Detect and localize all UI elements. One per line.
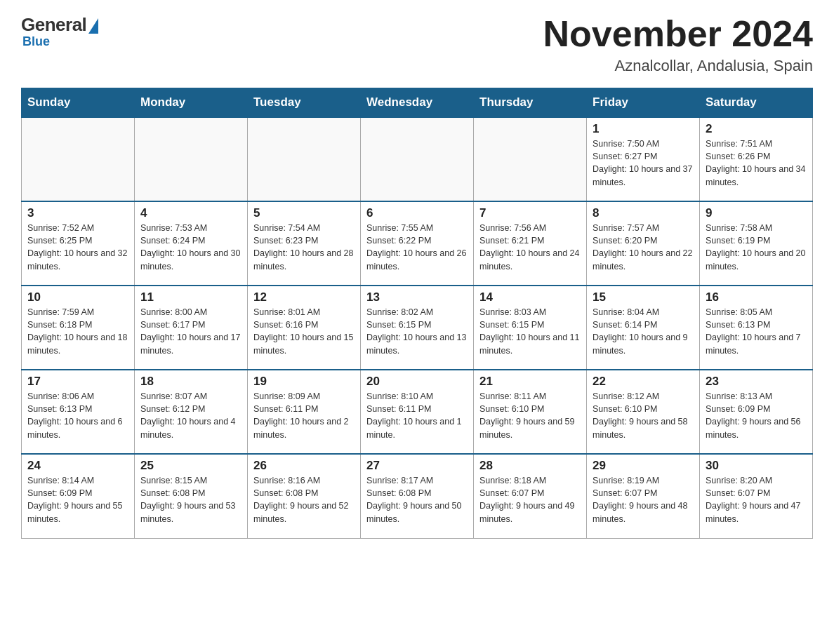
header-sunday: Sunday (22, 88, 135, 118)
week-row-1: 1Sunrise: 7:50 AM Sunset: 6:27 PM Daylig… (22, 117, 813, 201)
calendar-table: Sunday Monday Tuesday Wednesday Thursday… (21, 88, 813, 539)
day-cell-2-3: 13Sunrise: 8:02 AM Sunset: 6:15 PM Dayli… (361, 286, 474, 370)
day-number: 21 (479, 375, 581, 389)
day-number: 8 (593, 206, 694, 220)
day-info: Sunrise: 8:19 AM Sunset: 6:07 PM Dayligh… (593, 474, 694, 525)
day-info: Sunrise: 8:12 AM Sunset: 6:10 PM Dayligh… (593, 390, 694, 441)
month-title: November 2024 (543, 14, 813, 54)
day-cell-4-2: 26Sunrise: 8:16 AM Sunset: 6:08 PM Dayli… (248, 454, 361, 538)
logo-general-text: General (21, 14, 86, 36)
logo-triangle-icon (88, 18, 98, 34)
day-number: 27 (366, 459, 468, 473)
day-info: Sunrise: 7:55 AM Sunset: 6:22 PM Dayligh… (366, 222, 468, 273)
day-number: 1 (593, 122, 694, 136)
day-number: 28 (479, 459, 581, 473)
day-cell-3-4: 21Sunrise: 8:11 AM Sunset: 6:10 PM Dayli… (474, 370, 587, 454)
day-cell-0-2 (248, 117, 361, 201)
day-cell-4-6: 30Sunrise: 8:20 AM Sunset: 6:07 PM Dayli… (700, 454, 813, 538)
day-number: 29 (593, 459, 694, 473)
day-number: 12 (253, 290, 355, 304)
day-number: 7 (479, 206, 581, 220)
day-info: Sunrise: 8:15 AM Sunset: 6:08 PM Dayligh… (140, 474, 241, 525)
logo-blue-text: Blue (22, 34, 50, 49)
day-cell-3-0: 17Sunrise: 8:06 AM Sunset: 6:13 PM Dayli… (22, 370, 135, 454)
day-info: Sunrise: 8:04 AM Sunset: 6:14 PM Dayligh… (593, 306, 694, 357)
day-cell-3-6: 23Sunrise: 8:13 AM Sunset: 6:09 PM Dayli… (700, 370, 813, 454)
page-header: General Blue November 2024 Aznalcollar, … (21, 14, 813, 75)
day-number: 5 (253, 206, 355, 220)
day-number: 20 (366, 375, 468, 389)
day-cell-3-1: 18Sunrise: 8:07 AM Sunset: 6:12 PM Dayli… (135, 370, 248, 454)
day-number: 30 (706, 459, 807, 473)
day-info: Sunrise: 8:01 AM Sunset: 6:16 PM Dayligh… (253, 306, 355, 357)
day-number: 23 (706, 375, 807, 389)
day-cell-2-5: 15Sunrise: 8:04 AM Sunset: 6:14 PM Dayli… (587, 286, 700, 370)
day-cell-1-5: 8Sunrise: 7:57 AM Sunset: 6:20 PM Daylig… (587, 201, 700, 286)
day-info: Sunrise: 8:14 AM Sunset: 6:09 PM Dayligh… (27, 474, 128, 525)
day-info: Sunrise: 7:51 AM Sunset: 6:26 PM Dayligh… (706, 137, 807, 189)
day-info: Sunrise: 7:58 AM Sunset: 6:19 PM Dayligh… (706, 222, 807, 273)
day-number: 3 (27, 206, 128, 220)
title-section: November 2024 Aznalcollar, Andalusia, Sp… (543, 14, 813, 75)
day-cell-4-4: 28Sunrise: 8:18 AM Sunset: 6:07 PM Dayli… (474, 454, 587, 538)
day-info: Sunrise: 8:10 AM Sunset: 6:11 PM Dayligh… (366, 390, 468, 441)
day-number: 4 (140, 206, 241, 220)
week-row-3: 10Sunrise: 7:59 AM Sunset: 6:18 PM Dayli… (22, 286, 813, 370)
day-info: Sunrise: 8:05 AM Sunset: 6:13 PM Dayligh… (706, 306, 807, 357)
day-number: 16 (706, 290, 807, 304)
day-info: Sunrise: 7:54 AM Sunset: 6:23 PM Dayligh… (253, 222, 355, 273)
day-number: 17 (27, 375, 128, 389)
week-row-5: 24Sunrise: 8:14 AM Sunset: 6:09 PM Dayli… (22, 454, 813, 538)
day-info: Sunrise: 8:20 AM Sunset: 6:07 PM Dayligh… (706, 474, 807, 525)
day-number: 15 (593, 290, 694, 304)
day-number: 19 (253, 375, 355, 389)
day-cell-0-5: 1Sunrise: 7:50 AM Sunset: 6:27 PM Daylig… (587, 117, 700, 201)
day-number: 24 (27, 459, 128, 473)
day-info: Sunrise: 8:07 AM Sunset: 6:12 PM Dayligh… (140, 390, 241, 441)
day-cell-4-1: 25Sunrise: 8:15 AM Sunset: 6:08 PM Dayli… (135, 454, 248, 538)
day-cell-0-0 (22, 117, 135, 201)
day-info: Sunrise: 8:09 AM Sunset: 6:11 PM Dayligh… (253, 390, 355, 441)
day-cell-4-0: 24Sunrise: 8:14 AM Sunset: 6:09 PM Dayli… (22, 454, 135, 538)
day-info: Sunrise: 7:59 AM Sunset: 6:18 PM Dayligh… (27, 306, 128, 357)
day-cell-1-6: 9Sunrise: 7:58 AM Sunset: 6:19 PM Daylig… (700, 201, 813, 286)
day-cell-2-2: 12Sunrise: 8:01 AM Sunset: 6:16 PM Dayli… (248, 286, 361, 370)
day-info: Sunrise: 7:50 AM Sunset: 6:27 PM Dayligh… (593, 137, 694, 189)
day-info: Sunrise: 8:00 AM Sunset: 6:17 PM Dayligh… (140, 306, 241, 357)
day-info: Sunrise: 8:13 AM Sunset: 6:09 PM Dayligh… (706, 390, 807, 441)
day-number: 18 (140, 375, 241, 389)
day-info: Sunrise: 7:57 AM Sunset: 6:20 PM Dayligh… (593, 222, 694, 273)
header-wednesday: Wednesday (361, 88, 474, 118)
header-tuesday: Tuesday (248, 88, 361, 118)
day-number: 2 (706, 122, 807, 136)
header-saturday: Saturday (700, 88, 813, 118)
header-friday: Friday (587, 88, 700, 118)
day-cell-1-3: 6Sunrise: 7:55 AM Sunset: 6:22 PM Daylig… (361, 201, 474, 286)
day-number: 9 (706, 206, 807, 220)
day-cell-1-1: 4Sunrise: 7:53 AM Sunset: 6:24 PM Daylig… (135, 201, 248, 286)
day-number: 11 (140, 290, 241, 304)
day-cell-0-3 (361, 117, 474, 201)
day-cell-3-3: 20Sunrise: 8:10 AM Sunset: 6:11 PM Dayli… (361, 370, 474, 454)
day-cell-2-0: 10Sunrise: 7:59 AM Sunset: 6:18 PM Dayli… (22, 286, 135, 370)
day-cell-2-4: 14Sunrise: 8:03 AM Sunset: 6:15 PM Dayli… (474, 286, 587, 370)
day-number: 26 (253, 459, 355, 473)
day-cell-4-3: 27Sunrise: 8:17 AM Sunset: 6:08 PM Dayli… (361, 454, 474, 538)
day-cell-1-4: 7Sunrise: 7:56 AM Sunset: 6:21 PM Daylig… (474, 201, 587, 286)
day-info: Sunrise: 8:03 AM Sunset: 6:15 PM Dayligh… (479, 306, 581, 357)
day-info: Sunrise: 8:11 AM Sunset: 6:10 PM Dayligh… (479, 390, 581, 441)
day-info: Sunrise: 7:52 AM Sunset: 6:25 PM Dayligh… (27, 222, 128, 273)
week-row-2: 3Sunrise: 7:52 AM Sunset: 6:25 PM Daylig… (22, 201, 813, 286)
day-info: Sunrise: 7:53 AM Sunset: 6:24 PM Dayligh… (140, 222, 241, 273)
day-info: Sunrise: 8:06 AM Sunset: 6:13 PM Dayligh… (27, 390, 128, 441)
header-thursday: Thursday (474, 88, 587, 118)
weekday-header-row: Sunday Monday Tuesday Wednesday Thursday… (22, 88, 813, 118)
day-number: 6 (366, 206, 468, 220)
day-cell-3-2: 19Sunrise: 8:09 AM Sunset: 6:11 PM Dayli… (248, 370, 361, 454)
logo-top: General (21, 14, 98, 36)
day-info: Sunrise: 8:02 AM Sunset: 6:15 PM Dayligh… (366, 306, 468, 357)
day-cell-3-5: 22Sunrise: 8:12 AM Sunset: 6:10 PM Dayli… (587, 370, 700, 454)
location-title: Aznalcollar, Andalusia, Spain (543, 57, 813, 75)
day-info: Sunrise: 7:56 AM Sunset: 6:21 PM Dayligh… (479, 222, 581, 273)
day-cell-0-4 (474, 117, 587, 201)
